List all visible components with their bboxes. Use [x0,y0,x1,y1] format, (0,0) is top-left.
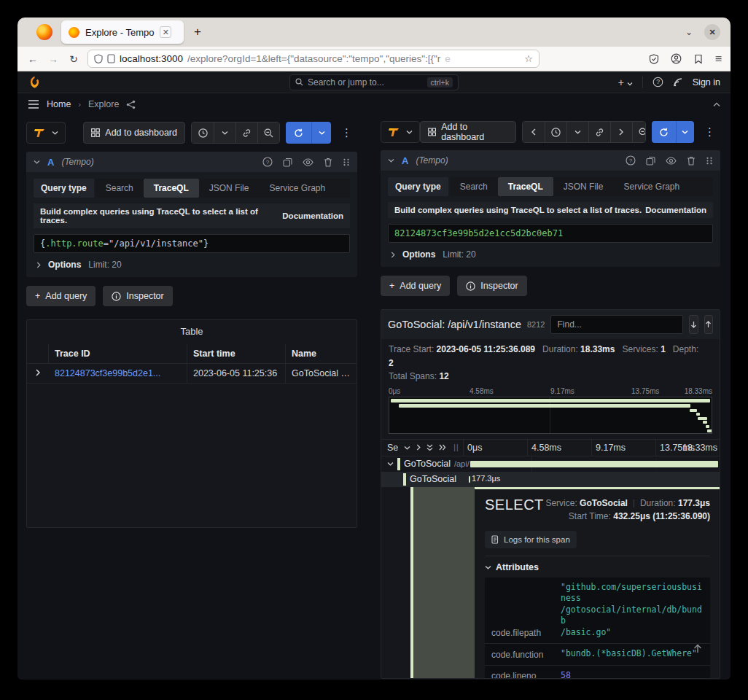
col-name[interactable]: Name [286,344,357,363]
drag-handle-icon[interactable] [343,158,350,166]
zoom-out-button[interactable] [257,122,279,143]
new-tab-button[interactable]: + [194,25,201,39]
time-range-caret-button[interactable] [214,122,235,143]
url-field[interactable]: localhost:3000/explore?orgId=1&left={"da… [87,50,539,68]
add-query-button[interactable]: +Add query [381,276,450,296]
help-icon[interactable]: ? [652,77,663,88]
search-input[interactable]: Search or jump to... ctrl+k [289,74,459,90]
time-range-caret-button[interactable] [566,122,588,142]
tab-search[interactable]: Search [96,179,144,198]
tab-service-graph[interactable]: Service Graph [259,179,335,198]
link-icon [595,128,604,137]
account-icon[interactable] [671,53,682,64]
time-range-button[interactable] [545,122,566,142]
collapse-header-icon[interactable] [713,102,720,107]
delete-query-trash-icon[interactable] [324,158,332,167]
column-resizer-handle[interactable]: || [453,443,459,451]
back-button[interactable]: ← [26,53,39,65]
query-help-icon[interactable]: ? [262,157,273,167]
tab-search[interactable]: Search [450,177,498,196]
logs-for-span-button[interactable]: Logs for this span [485,531,577,548]
delete-query-trash-icon[interactable] [687,156,696,166]
datasource-picker[interactable] [26,122,66,144]
firefox-icon[interactable] [36,24,52,40]
options-row[interactable]: Options Limit: 20 [388,249,713,260]
forward-button[interactable]: → [47,53,60,65]
plus-icon: + [35,291,40,301]
collapse-all-icon[interactable] [426,444,433,451]
new-item-button[interactable]: + [618,77,633,88]
tab-json-file[interactable]: JSON File [553,177,614,196]
col-start-time[interactable]: Start time [187,344,286,363]
tab-close-icon[interactable]: ✕ [160,26,171,38]
inspector-button[interactable]: Inspector [457,276,526,296]
zoom-out-button[interactable] [632,122,646,142]
time-range-button[interactable] [192,122,214,143]
documentation-link[interactable]: Documentation [645,206,706,214]
datasource-picker[interactable] [381,121,420,143]
chevron-down-icon[interactable] [387,462,394,466]
span-detail-indent-block [410,487,475,679]
breadcrumb-explore[interactable]: Explore [88,99,119,109]
share-icon[interactable] [126,100,136,109]
sync-timepicker-button[interactable] [588,122,610,142]
expand-all-icon[interactable] [439,444,446,451]
list-tabs-icon[interactable]: ⌄ [685,27,693,37]
tab-traceql[interactable]: TraceQL [498,177,553,196]
row-expand-chevron-icon[interactable] [36,369,40,376]
col-trace-id[interactable]: Trace ID [49,344,187,363]
span-row-selected[interactable]: GoToSocial 177.3μs [381,472,720,487]
drag-handle-icon[interactable] [706,157,713,165]
duplicate-query-icon[interactable] [283,158,292,167]
minimap-canvas[interactable] [389,397,712,434]
privacy-shield-icon[interactable] [649,54,659,64]
duplicate-query-icon[interactable] [646,156,655,166]
query-help-icon[interactable]: ? [626,155,636,166]
sign-in-button[interactable]: Sign in [693,77,720,88]
scroll-to-top-icon[interactable] [693,644,702,653]
sync-timepicker-button[interactable] [235,122,257,143]
shift-time-back-button[interactable] [523,122,545,142]
browser-tab[interactable]: Explore - Tempo ✕ [61,20,184,44]
add-to-dashboard-button[interactable]: Add to dashboard [83,122,185,144]
disable-query-eye-icon[interactable] [666,157,677,165]
bookmark-star-icon[interactable]: ☆ [524,53,533,64]
breadcrumb-home[interactable]: Home [47,99,71,109]
reload-button[interactable]: ↻ [67,53,80,65]
news-rss-icon[interactable] [673,77,683,88]
disable-query-eye-icon[interactable] [303,158,313,166]
prev-result-button[interactable] [704,315,713,334]
find-input[interactable] [550,315,683,334]
grafana-logo-icon[interactable] [28,75,42,89]
options-row[interactable]: Options Limit: 20 [34,260,350,270]
add-query-button[interactable]: +Add query [26,286,96,306]
pane-kebab-menu[interactable]: ⋮ [337,126,357,139]
documentation-link[interactable]: Documentation [282,211,343,220]
attributes-accordion[interactable]: Attributes [485,562,710,572]
query-row-header[interactable]: A (Tempo) ? [381,150,720,171]
span-row-root[interactable]: GoToSocial /api/ [381,456,720,472]
span-bar[interactable] [469,476,470,483]
window-close-button[interactable]: ✕ [704,24,720,40]
page-info-icon[interactable] [107,54,115,63]
tab-json-file[interactable]: JSON File [199,179,260,198]
add-to-dashboard-button[interactable]: Add to dashboard [420,121,516,143]
shift-time-forward-button[interactable] [610,122,632,142]
span-bar[interactable] [470,461,718,467]
run-query-button[interactable] [652,121,694,143]
tab-service-graph[interactable]: Service Graph [613,177,690,196]
traceql-query-input[interactable]: 82124873cf3e99b5d2e1cc5d2bc0eb71 [388,224,713,243]
trace-id-link[interactable]: 82124873cf3e99b5d2e1... [49,364,187,383]
inspector-button[interactable]: Inspector [103,286,172,306]
tab-traceql[interactable]: TraceQL [144,179,199,198]
browser-menu-icon[interactable]: ≡ [715,52,722,66]
pane-kebab-menu[interactable]: ⋮ [700,125,720,139]
save-to-pocket-icon[interactable] [693,54,704,64]
run-query-button[interactable] [286,122,331,144]
expand-one-icon[interactable] [416,444,421,451]
next-result-button[interactable] [689,315,698,334]
menu-hamburger-icon[interactable] [28,100,39,109]
chevron-down-icon[interactable] [404,446,410,450]
query-row-header[interactable]: A (Tempo) ? [26,152,357,172]
traceql-query-input[interactable]: {.http.route = "/api/v1/instance"} [34,234,350,253]
